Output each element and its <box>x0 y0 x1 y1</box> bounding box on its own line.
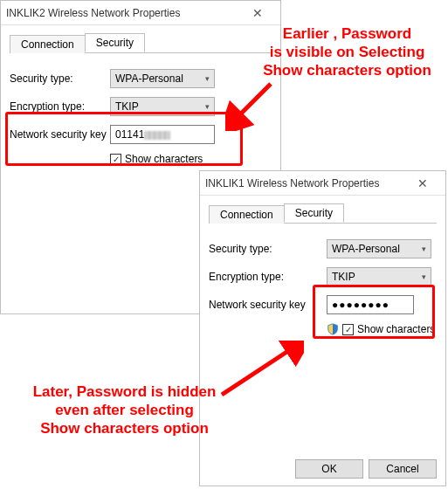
encryption-type-value: TKIP <box>332 271 355 283</box>
window-title: INKLIK2 Wireless Network Properties <box>6 7 240 19</box>
cancel-button[interactable]: Cancel <box>369 459 437 479</box>
security-type-value: WPA-Personal <box>332 243 400 255</box>
annotation-later: Later, Password is hiddeneven after sele… <box>22 382 227 437</box>
tab-security[interactable]: Security <box>85 33 145 52</box>
titlebar: INKLIK1 Wireless Network Properties ✕ <box>200 171 445 196</box>
security-type-select[interactable]: WPA-Personal ▾ <box>110 69 215 88</box>
show-characters-label: Show characters <box>357 323 435 335</box>
encryption-type-select[interactable]: TKIP ▾ <box>327 267 431 286</box>
network-key-value: ●●●●●●●● <box>332 299 389 311</box>
network-key-field[interactable]: ●●●●●●●● <box>327 295 414 314</box>
network-key-label: Network security key <box>209 299 327 311</box>
annotation-earlier: Earlier , Passwordis visible on Selectin… <box>249 24 445 79</box>
encryption-type-label: Encryption type: <box>209 271 327 283</box>
show-characters-label: Show characters <box>125 153 203 165</box>
encryption-type-select[interactable]: TKIP ▾ <box>110 97 215 116</box>
shield-icon <box>327 323 339 335</box>
tabs: Connection Security <box>10 32 272 53</box>
encryption-type-value: TKIP <box>115 100 139 113</box>
show-characters-checkbox[interactable]: ✓ <box>110 154 121 165</box>
chevron-down-icon: ▾ <box>205 74 210 83</box>
show-characters-checkbox[interactable]: ✓ <box>342 324 354 335</box>
tabs: Connection Security <box>209 203 437 224</box>
network-key-label: Network security key <box>10 128 110 141</box>
close-icon[interactable]: ✕ <box>405 176 440 190</box>
security-type-label: Security type: <box>209 243 327 255</box>
tab-security[interactable]: Security <box>284 203 344 223</box>
ok-button[interactable]: OK <box>295 459 363 479</box>
encryption-type-label: Encryption type: <box>10 100 110 113</box>
chevron-down-icon: ▾ <box>422 272 426 281</box>
security-type-value: WPA-Personal <box>115 72 183 85</box>
close-icon[interactable]: ✕ <box>240 6 275 20</box>
chevron-down-icon: ▾ <box>205 102 210 111</box>
network-key-value: 01141 <box>115 128 170 141</box>
network-key-field[interactable]: 01141 <box>110 125 215 144</box>
tab-connection[interactable]: Connection <box>209 205 285 224</box>
tab-connection[interactable]: Connection <box>10 35 86 53</box>
chevron-down-icon: ▾ <box>422 244 426 253</box>
security-type-label: Security type: <box>10 72 110 85</box>
titlebar: INKLIK2 Wireless Network Properties ✕ <box>1 1 280 25</box>
window-title: INKLIK1 Wireless Network Properties <box>205 177 405 189</box>
window-inklik1: INKLIK1 Wireless Network Properties ✕ Co… <box>199 170 446 486</box>
security-type-select[interactable]: WPA-Personal ▾ <box>327 239 431 258</box>
